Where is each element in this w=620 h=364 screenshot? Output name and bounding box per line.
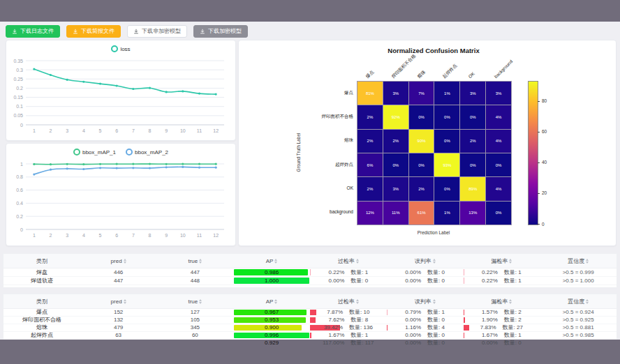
data-point xyxy=(82,81,84,83)
sort-caret-icon[interactable] xyxy=(356,257,359,265)
matrix-ylabel-text: Ground Truth Label xyxy=(296,132,301,172)
misjudge-bar xyxy=(387,325,388,331)
true-value: 127 xyxy=(157,309,234,316)
miss-cell: 1.67%数量: 1 xyxy=(464,332,540,339)
miss-count: 数量: 1 xyxy=(504,332,522,339)
pred-value: 479 xyxy=(80,324,157,331)
misjudge-count: 数量: 0 xyxy=(427,332,445,339)
column-header-误判率[interactable]: 误判率 xyxy=(387,257,464,265)
column-header-误判率[interactable]: 误判率 xyxy=(387,298,464,305)
sort-caret-icon[interactable] xyxy=(586,298,589,305)
matrix-cell: 3% xyxy=(460,82,485,105)
loss-chart-card: loss 00.050.10.150.20.250.30.35123456789… xyxy=(6,40,236,141)
button-label: 下载简报文件 xyxy=(81,29,115,34)
sort-caret-icon[interactable] xyxy=(433,298,436,305)
download-icon xyxy=(200,29,205,34)
y-tick-label: 1 xyxy=(20,162,23,167)
matrix-cell: 0% xyxy=(434,105,459,128)
miss-count: 数量: 27 xyxy=(503,324,523,331)
dashboard: 下载日志文件 下载简报文件 下载非加密模型 下载加密模型 loss 00.050… xyxy=(0,22,620,340)
matrix-cell: 13% xyxy=(460,202,485,225)
miss-count: 数量: 2 xyxy=(504,309,522,316)
column-header-true[interactable]: true xyxy=(157,298,234,305)
column-header-pred[interactable]: pred xyxy=(80,257,157,265)
miss-cell: 0.22%数量: 1 xyxy=(464,277,540,285)
matrix-cell: 2% xyxy=(357,105,383,128)
x-tick-label: 8 xyxy=(149,128,152,133)
miss-count: 数量: 1 xyxy=(504,277,522,285)
x-tick-label: 6 xyxy=(115,233,118,238)
download-unencrypted-model-button[interactable]: 下载非加密模型 xyxy=(127,25,187,38)
miss-pct: 0.00% xyxy=(482,340,498,347)
sort-caret-icon[interactable] xyxy=(433,257,436,265)
data-point xyxy=(215,167,217,169)
data-point xyxy=(50,169,52,171)
download-encrypted-model-button[interactable]: 下载加密模型 xyxy=(193,25,248,38)
sort-caret-icon[interactable] xyxy=(586,257,589,265)
sort-caret-icon[interactable] xyxy=(124,298,126,305)
column-header-漏检率[interactable]: 漏检率 xyxy=(464,298,540,305)
data-point xyxy=(198,167,200,169)
legend-item-bbox_mAP_2[interactable]: bbox_mAP_2 xyxy=(126,149,168,156)
sort-caret-icon[interactable] xyxy=(356,298,359,305)
matrix-cell: 4% xyxy=(486,177,511,200)
matrix-cell: 0% xyxy=(486,202,511,225)
data-point xyxy=(215,163,217,165)
misjudge-count: 数量: 0 xyxy=(427,268,445,276)
ap-cell: 0.986 xyxy=(233,268,310,276)
column-header-漏检率[interactable]: 漏检率 xyxy=(464,257,540,265)
download-report-button[interactable]: 下载简报文件 xyxy=(66,25,121,38)
header-label: 漏检率 xyxy=(491,298,508,305)
legend-item-loss[interactable]: loss xyxy=(111,45,130,52)
column-header-true[interactable]: true xyxy=(157,257,234,265)
overkill-count: 数量: 1 xyxy=(350,268,368,276)
true-value: 448 xyxy=(157,277,234,285)
series-line-bbox_mAP_1 xyxy=(34,164,216,165)
miss-bar xyxy=(464,333,465,338)
overkill-pct: 7.87% xyxy=(327,309,343,316)
header-label: 类别 xyxy=(36,298,47,305)
column-header-置信度[interactable]: 置信度 xyxy=(540,257,617,265)
download-log-button[interactable]: 下载日志文件 xyxy=(6,25,60,38)
miss-bar xyxy=(464,278,464,284)
sort-caret-icon[interactable] xyxy=(199,257,202,265)
misjudge-count: 数量: 0 xyxy=(427,277,445,285)
colorbar-tick xyxy=(538,193,540,194)
matrix-cell: 3% xyxy=(383,177,408,200)
matrix-xlabel: Prediction Label xyxy=(357,230,510,235)
matrix-title: Normalized Confusion Matrix xyxy=(357,47,510,54)
matrix-cell: 7% xyxy=(409,82,434,105)
column-header-AP[interactable]: AP xyxy=(233,298,310,305)
column-header-置信度[interactable]: 置信度 xyxy=(540,298,617,305)
sort-caret-icon[interactable] xyxy=(509,257,512,265)
miss-count: 数量: 0 xyxy=(504,340,522,347)
x-tick-label: 9 xyxy=(165,233,168,238)
column-header-label: 类别 xyxy=(3,298,80,305)
y-tick-label: 0.05 xyxy=(13,113,23,118)
sort-caret-icon[interactable] xyxy=(509,298,512,305)
metrics-table: 类别predtrueAP过检率误判率漏检率置信度焊盘4464470.9860.2… xyxy=(3,253,617,288)
sort-caret-icon[interactable] xyxy=(274,298,277,305)
matrix-cell: 2% xyxy=(409,177,434,200)
matrix-cell: 6% xyxy=(357,153,383,176)
misjudge-cell: 1.16%数量: 4 xyxy=(387,324,464,331)
header-label: true xyxy=(188,298,198,305)
table-row: 焊盘4464470.9860.22%数量: 10.00%数量: 00.22%数量… xyxy=(3,268,617,277)
data-point xyxy=(165,163,168,165)
column-header-pred[interactable]: pred xyxy=(80,298,157,305)
sort-caret-icon[interactable] xyxy=(274,257,277,265)
legend-item-bbox_mAP_1[interactable]: bbox_mAP_1 xyxy=(73,149,116,156)
x-tick-label: 5 xyxy=(99,233,102,238)
column-header-AP[interactable]: AP xyxy=(233,257,310,265)
column-header-过检率[interactable]: 过检率 xyxy=(310,257,387,265)
miss-pct: 1.90% xyxy=(482,317,498,324)
overkill-bar xyxy=(310,333,311,338)
column-header-过检率[interactable]: 过检率 xyxy=(310,298,387,305)
sort-caret-icon[interactable] xyxy=(199,298,202,305)
y-tick-label: 0.35 xyxy=(13,59,23,63)
download-icon xyxy=(73,29,78,34)
sort-caret-icon[interactable] xyxy=(124,257,126,265)
overkill-bar xyxy=(310,269,311,275)
x-tick-label: 1 xyxy=(33,233,36,238)
miss-cell: 7.83%数量: 27 xyxy=(464,324,540,331)
